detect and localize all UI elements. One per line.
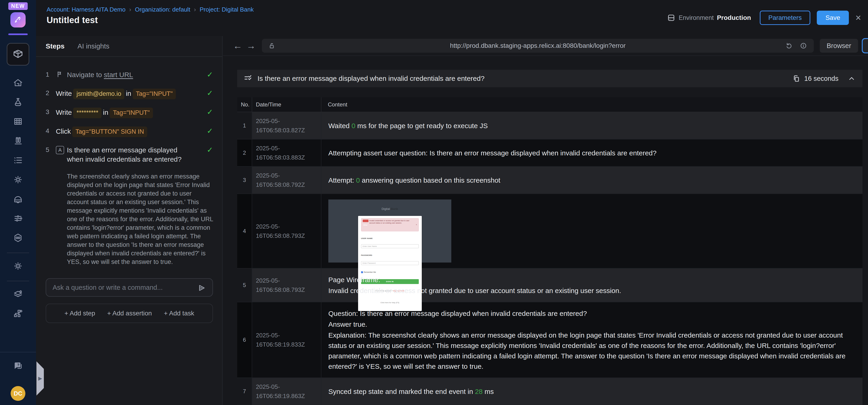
logs-toggle-button[interactable]: Logs bbox=[862, 38, 868, 53]
app-window: NEW bbox=[0, 0, 868, 405]
checklist-icon bbox=[244, 74, 252, 83]
row-content: Attempt: 0 answering question based on t… bbox=[321, 167, 863, 194]
step-row-4[interactable]: 4 ClickTag="BUTTON" SIGN IN ✓ bbox=[46, 126, 213, 137]
parameters-button[interactable]: Parameters bbox=[760, 10, 810, 25]
assertion-header-text: Is there an error message displayed when… bbox=[257, 75, 792, 82]
step-success-icon: ✓ bbox=[207, 126, 213, 135]
row-timestamp: 2025-05-16T06:58:03.827Z bbox=[252, 112, 321, 139]
sidebar-item-suites[interactable] bbox=[12, 135, 24, 146]
thumb-login-card: Error Invalid credentials or access not … bbox=[358, 216, 422, 311]
sidebar-item-grid[interactable] bbox=[12, 116, 24, 127]
sidebar-item-tests-active[interactable] bbox=[7, 43, 29, 65]
row-content: Attempting assert user question: Is ther… bbox=[321, 139, 863, 167]
sidebar-item-environments[interactable] bbox=[12, 289, 24, 300]
sliders-icon bbox=[13, 213, 23, 224]
assertion-header-row[interactable]: Is there an error message displayed when… bbox=[237, 70, 863, 87]
table-header-row: No. Date/Time Content bbox=[237, 97, 863, 112]
browser-toggle-button[interactable]: Browser bbox=[820, 39, 858, 53]
step-row-1[interactable]: 1 Navigate to start URL ✓ bbox=[46, 70, 213, 80]
table-row: 32025-05-16T06:58:08.792ZAttempt: 0 answ… bbox=[237, 167, 863, 194]
step-row-3[interactable]: 3 Write*********inTag="INPUT" ✓ bbox=[46, 108, 213, 118]
copy-icon[interactable] bbox=[792, 75, 800, 82]
log-table: No. Date/Time Content 12025-05-16T06:58:… bbox=[237, 97, 863, 405]
user-avatar[interactable]: DC bbox=[10, 386, 25, 401]
package-icon bbox=[12, 48, 24, 60]
steps-tabs: Steps AI insights bbox=[36, 36, 222, 57]
step-row-5[interactable]: 5 A Is there an error message displayed … bbox=[46, 145, 213, 164]
thumb-password-input: Enter Password bbox=[361, 261, 419, 265]
sidebar-item-home[interactable] bbox=[12, 77, 24, 88]
chevron-up-icon[interactable] bbox=[848, 75, 856, 82]
row-content: Synced step state and marked the end eve… bbox=[321, 378, 863, 405]
svg-text:?: ? bbox=[17, 363, 20, 367]
info-icon[interactable] bbox=[800, 42, 807, 50]
step-number: 2 bbox=[46, 89, 56, 97]
breadcrumb-project[interactable]: Project: Digital Bank bbox=[199, 6, 254, 13]
sidebar-item-settings[interactable] bbox=[12, 174, 24, 185]
new-badge: NEW bbox=[8, 2, 28, 10]
start-url-link[interactable]: start URL bbox=[104, 71, 133, 79]
row-number: 6 bbox=[237, 302, 252, 378]
column-header-datetime: Date/Time bbox=[252, 97, 321, 112]
row-timestamp: 2025-05-16T06:58:03.883Z bbox=[252, 139, 321, 167]
step-number: 5 bbox=[46, 145, 56, 153]
add-task-button[interactable]: + Add task bbox=[164, 310, 194, 317]
ask-command-box[interactable] bbox=[46, 278, 213, 297]
breadcrumb-separator: › bbox=[194, 6, 196, 13]
nav-rail: NEW bbox=[0, 0, 36, 405]
thumb-help-text: Click here for help (F3) bbox=[361, 297, 419, 309]
row-timestamp: 2025-05-16T06:58:08.793Z bbox=[252, 268, 321, 302]
breadcrumb-account[interactable]: Account: Harness AITA Demo bbox=[46, 6, 125, 13]
help-chat-icon[interactable]: ? bbox=[12, 360, 24, 371]
sidebar-item-infrastructure[interactable] bbox=[12, 308, 24, 319]
sidebar-item-runs[interactable] bbox=[12, 155, 24, 166]
add-actions-bar: + Add step + Add assertion + Add task bbox=[46, 303, 213, 323]
ask-command-input[interactable] bbox=[53, 284, 194, 291]
row-number: 3 bbox=[237, 167, 252, 194]
layers-gear-icon bbox=[13, 289, 23, 299]
assertion-badge: A bbox=[56, 146, 64, 154]
duration-badge: 16 seconds bbox=[804, 75, 838, 82]
sidebar-item-incognito[interactable] bbox=[12, 194, 24, 205]
browser-toolbar: ← → http://prod.dbank.staging-apps.relic… bbox=[223, 36, 868, 56]
sidebar-item-project-settings[interactable] bbox=[12, 260, 24, 271]
thumb-username-input: Enter User Name bbox=[361, 244, 419, 248]
back-icon[interactable]: ← bbox=[231, 41, 244, 51]
thumb-error-alert: Error Invalid credentials or access not … bbox=[361, 218, 419, 231]
refresh-icon[interactable] bbox=[785, 42, 793, 50]
harness-logo[interactable] bbox=[10, 12, 26, 27]
close-icon[interactable]: × bbox=[855, 13, 861, 23]
step-action: Write bbox=[56, 90, 72, 97]
table-row: 72025-05-16T06:58:19.863ZSynced step sta… bbox=[237, 378, 863, 405]
sidebar-item-cicd[interactable] bbox=[12, 232, 24, 243]
row-timestamp: 2025-05-16T06:58:19.833Z bbox=[252, 302, 321, 378]
screenshot-thumbnail[interactable]: Digital Bank Error Invalid credentials o… bbox=[328, 200, 451, 263]
add-assertion-button[interactable]: + Add assertion bbox=[107, 310, 152, 317]
sidebar-item-experiments[interactable] bbox=[12, 96, 24, 108]
page-title: Untitled test bbox=[46, 15, 98, 25]
table-row: 12025-05-16T06:58:03.827ZWaited 0 ms for… bbox=[237, 112, 863, 139]
steps-panel: Steps AI insights 1 Navigate to start UR… bbox=[36, 36, 223, 405]
url-bar[interactable]: http://prod.dbank.staging-apps.relicx.ai… bbox=[262, 39, 814, 53]
sidebar-item-pipelines[interactable] bbox=[12, 213, 24, 224]
thumb-error-badge: Error bbox=[363, 220, 369, 222]
tab-steps[interactable]: Steps bbox=[46, 42, 65, 50]
infinity-hexagon-icon bbox=[13, 233, 23, 243]
forward-icon[interactable]: → bbox=[244, 41, 258, 51]
environment-selector[interactable]: Environment Production bbox=[667, 13, 751, 22]
step-label: Navigate to bbox=[67, 71, 104, 79]
send-icon[interactable] bbox=[197, 283, 207, 293]
table-row: 62025-05-16T06:58:19.833ZQuestion: Is th… bbox=[237, 302, 863, 378]
url-text: http://prod.dbank.staging-apps.relicx.ai… bbox=[262, 39, 814, 53]
step-action: Click bbox=[56, 127, 71, 135]
row-number: 1 bbox=[237, 112, 252, 139]
tab-ai-insights[interactable]: AI insights bbox=[78, 42, 110, 50]
save-button[interactable]: Save bbox=[817, 10, 849, 25]
rail-bottom-divider bbox=[0, 352, 36, 352]
home-icon bbox=[13, 77, 23, 88]
row-number: 2 bbox=[237, 139, 252, 167]
step-row-2[interactable]: 2 Writejsmith@demo.ioinTag="INPUT" ✓ bbox=[46, 89, 213, 99]
add-step-button[interactable]: + Add step bbox=[64, 310, 95, 317]
step-target-chip: Tag="INPUT" bbox=[133, 89, 176, 99]
breadcrumb-org[interactable]: Organization: default bbox=[135, 6, 190, 13]
